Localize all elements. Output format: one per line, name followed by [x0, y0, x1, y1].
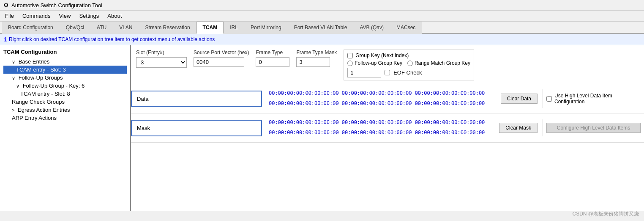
- use-high-level-label: Use High Level Data Item Configuration: [554, 93, 641, 105]
- tree-tcam-slot-8[interactable]: TCAM entry - Slot: 8: [3, 90, 127, 98]
- menu-view[interactable]: View: [55, 11, 74, 20]
- tree-tcam-slot-3[interactable]: TCAM entry - Slot: 3: [3, 66, 127, 74]
- tree-arrow-base: ∨: [12, 59, 15, 64]
- tree-egress-action-entries[interactable]: > Egress Action Entries: [3, 106, 127, 114]
- tab-avb-qav[interactable]: AVB (Qav): [354, 22, 390, 34]
- tab-macsec[interactable]: MACsec: [390, 22, 422, 34]
- tab-atu[interactable]: ATU: [90, 22, 113, 34]
- tree-range-check-groups[interactable]: Range Check Groups: [3, 98, 127, 106]
- config-side-bottom: Configure High Level Data Items: [543, 119, 644, 136]
- slot-field-group: Slot (Entry#) 3: [136, 50, 187, 68]
- config-side-top: Use High Level Data Item Configuration: [543, 89, 644, 108]
- follow-up-radio[interactable]: [347, 61, 353, 66]
- tab-port-based-vlan[interactable]: Port Based VLAN Table: [288, 22, 354, 34]
- configure-high-level-button[interactable]: Configure High Level Data Items: [546, 123, 641, 133]
- tree-follow-up-group-6[interactable]: ∨ Follow-Up Group - Key: 6: [3, 82, 127, 90]
- group-key-section: Group Key (Next Index) Follow-up Group K…: [344, 50, 474, 80]
- tree-base-entries[interactable]: ∨ Base Entries: [3, 58, 127, 66]
- follow-up-label: Follow-up Group Key: [355, 60, 402, 66]
- use-high-level-row: Use High Level Data Item Configuration: [546, 93, 641, 105]
- app-title: Automotive Switch Configuration Tool: [11, 2, 102, 8]
- follow-up-option: Follow-up Group Key: [347, 60, 402, 66]
- range-match-option: Range Match Group Key: [407, 60, 470, 66]
- menu-settings[interactable]: Settings: [76, 11, 102, 20]
- slot-label: Slot (Entry#): [136, 50, 187, 55]
- frame-type-input[interactable]: [256, 57, 289, 67]
- app-icon: ⚙: [3, 2, 9, 8]
- use-high-level-checkbox[interactable]: [546, 96, 552, 102]
- tree-arp-entry-actions[interactable]: ARP Entry Actions: [3, 114, 127, 122]
- tree-follow-up-groups[interactable]: ∨ Follow-Up Groups: [3, 74, 127, 82]
- frame-type-mask-label: Frame Type Mask: [296, 50, 337, 55]
- slot-select[interactable]: 3: [136, 57, 187, 68]
- data-label-box: Data: [131, 91, 262, 107]
- group-key-input[interactable]: [347, 68, 381, 77]
- frame-type-mask-input[interactable]: [296, 57, 330, 67]
- title-bar: ⚙ Automotive Switch Configuration Tool: [0, 0, 644, 11]
- frame-type-mask-field-group: Frame Type Mask: [296, 50, 337, 67]
- info-bar: ℹ Right click on desired TCAM configurat…: [0, 34, 644, 45]
- mask-row2: 00:00:00:00:00:00:00:00 00:00:00:00:00:0…: [269, 128, 487, 138]
- data-content: 00:00:00:00:00:00:00:00 00:00:00:00:00:0…: [262, 84, 496, 113]
- group-key-options: Follow-up Group Key Range Match Group Ke…: [347, 60, 470, 66]
- data-label: Data: [137, 96, 148, 102]
- right-panel: Slot (Entry#) 3 Source Port Vector (hex)…: [131, 45, 644, 211]
- mask-content: 00:00:00:00:00:00:00:00 00:00:00:00:00:0…: [262, 113, 494, 142]
- tab-port-mirroring[interactable]: Port Mirroring: [244, 22, 288, 34]
- frame-type-field-group: Frame Type: [256, 50, 289, 67]
- watermark: CSDN @老板来份猪脚拼又烧: [572, 210, 639, 211]
- tree-title: TCAM Configuration: [3, 49, 127, 55]
- mask-label: Mask: [137, 125, 150, 131]
- menu-bar: File Commands View Settings About: [0, 11, 644, 22]
- tab-board-config[interactable]: Board Configuration: [2, 22, 60, 34]
- data-row: Data 00:00:00:00:00:00:00:00 00:00:00:00…: [131, 84, 644, 113]
- tree-arrow-group6: ∨: [16, 83, 19, 88]
- group-key-title: Group Key (Next Index): [347, 52, 470, 58]
- tree-panel: TCAM Configuration ∨ Base Entries TCAM e…: [0, 45, 131, 211]
- eof-check-label: EOF Check: [393, 69, 422, 76]
- source-port-input[interactable]: [194, 57, 244, 67]
- tab-irl[interactable]: IRL: [224, 22, 244, 34]
- tree-arrow-egress: >: [12, 108, 14, 113]
- mask-actions: Clear Mask: [494, 119, 543, 136]
- data-actions: Clear Data: [496, 90, 543, 107]
- main-content: TCAM Configuration ∨ Base Entries TCAM e…: [0, 45, 644, 211]
- tab-bar: Board Configuration Qbv/Qci ATU VLAN Str…: [0, 22, 644, 34]
- range-match-radio[interactable]: [407, 61, 413, 66]
- frame-type-label: Frame Type: [256, 50, 289, 55]
- tab-vlan[interactable]: VLAN: [113, 22, 139, 34]
- tab-stream-reservation[interactable]: Stream Reservation: [139, 22, 196, 34]
- clear-mask-button[interactable]: Clear Mask: [499, 123, 538, 133]
- tab-qbv-qci[interactable]: Qbv/Qci: [60, 22, 90, 34]
- data-row2: 00:00:00:00:00:00:00:00 00:00:00:00:00:0…: [269, 99, 489, 109]
- eof-check-checkbox[interactable]: [385, 70, 390, 75]
- info-icon: ℹ: [4, 36, 6, 43]
- group-key-bottom: EOF Check: [347, 68, 470, 77]
- menu-commands[interactable]: Commands: [19, 11, 54, 20]
- group-key-checkbox[interactable]: [347, 53, 353, 58]
- source-port-label: Source Port Vector (hex): [194, 50, 249, 55]
- mask-row1: 00:00:00:00:00:00:00:00 00:00:00:00:00:0…: [269, 118, 487, 128]
- clear-data-button[interactable]: Clear Data: [501, 94, 538, 104]
- mask-row: Mask 00:00:00:00:00:00:00:00 00:00:00:00…: [131, 113, 644, 143]
- group-key-label: Group Key (Next Index): [355, 52, 409, 58]
- menu-file[interactable]: File: [2, 11, 17, 20]
- mask-label-box: Mask: [131, 120, 262, 136]
- data-row1: 00:00:00:00:00:00:00:00 00:00:00:00:00:0…: [269, 88, 489, 99]
- info-message: Right click on desired TCAM configuratio…: [9, 36, 215, 42]
- menu-about[interactable]: About: [104, 11, 125, 20]
- tab-tcam[interactable]: TCAM: [196, 22, 224, 34]
- range-match-label: Range Match Group Key: [415, 60, 470, 66]
- tree-arrow-followup: ∨: [12, 75, 15, 80]
- source-port-field-group: Source Port Vector (hex): [194, 50, 249, 67]
- fields-row: Slot (Entry#) 3 Source Port Vector (hex)…: [131, 45, 644, 84]
